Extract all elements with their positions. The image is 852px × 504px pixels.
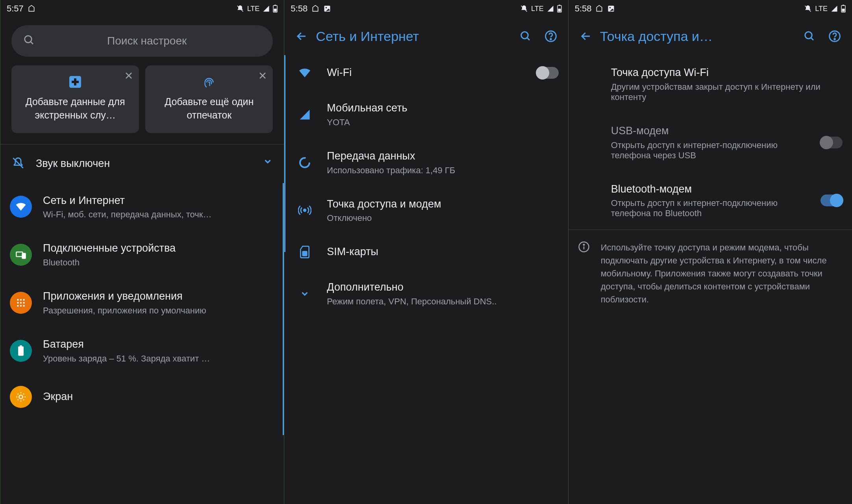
item-title: Точка доступа и модем <box>327 198 558 211</box>
item-title: USB-модем <box>611 124 809 138</box>
item-usb-tethering: USB-модем Открыть доступ к интернет-подк… <box>569 113 852 172</box>
item-advanced[interactable]: Дополнительно Режим полета, VPN, Персона… <box>284 270 568 318</box>
item-hotspot-tethering[interactable]: Точка доступа и модем Отключено <box>284 187 568 235</box>
bell-off-icon <box>11 156 25 171</box>
svg-point-35 <box>521 32 528 39</box>
hotspot-tethering-panel: 5:58 LTE Точка доступа и… Точка доступа … <box>568 0 852 504</box>
sound-muted-row[interactable]: Звук выключен <box>0 145 284 183</box>
svg-point-39 <box>300 158 309 167</box>
item-display[interactable]: Экран <box>0 375 284 419</box>
item-title: Передача данных <box>327 150 558 163</box>
svg-line-13 <box>13 158 23 168</box>
page-title: Точка доступа и… <box>600 29 795 44</box>
info-text: Используйте точку доступа и режим модема… <box>601 241 843 306</box>
wifi-toggle[interactable] <box>537 67 559 79</box>
item-subtitle: Wi-Fi, моб. сети, передача данных, точк… <box>43 209 274 220</box>
clock-text: 5:58 <box>575 4 592 14</box>
wifi-icon <box>10 196 32 218</box>
item-subtitle: Режим полета, VPN, Персональный DNS.. <box>327 296 558 307</box>
svg-rect-25 <box>18 346 24 356</box>
picture-icon <box>323 5 331 13</box>
item-bluetooth-tethering[interactable]: Bluetooth-модем Открыть доступ к интерне… <box>569 172 852 230</box>
clock-text: 5:57 <box>7 4 24 14</box>
mute-icon <box>804 5 812 13</box>
network-label: LTE <box>247 5 260 13</box>
item-title: Экран <box>43 390 274 404</box>
app-bar: Сеть и Интернет <box>284 17 568 55</box>
signal-icon <box>547 5 554 12</box>
card-add-fingerprint[interactable]: Добавьте ещё один отпечаток <box>145 65 273 133</box>
help-button[interactable] <box>540 25 562 47</box>
svg-point-18 <box>23 299 24 300</box>
close-icon[interactable] <box>258 71 267 80</box>
svg-rect-32 <box>559 5 560 6</box>
search-button[interactable] <box>798 25 821 47</box>
svg-point-52 <box>834 39 835 40</box>
page-title: Сеть и Интернет <box>316 29 511 44</box>
signal-icon <box>294 109 316 120</box>
chevron-down-icon <box>294 289 316 299</box>
item-battery[interactable]: Батарея Уровень заряда – 51 %. Заряда хв… <box>0 327 284 375</box>
item-title: Батарея <box>43 338 274 351</box>
svg-point-38 <box>550 39 551 40</box>
item-title: Мобильная сеть <box>327 102 558 115</box>
svg-rect-46 <box>843 5 844 6</box>
battery-icon <box>10 340 32 362</box>
item-connected-devices[interactable]: Подключенные устройства Bluetooth <box>0 231 284 279</box>
item-data-usage[interactable]: Передача данных Использовано трафика: 1,… <box>284 139 568 187</box>
network-internet-panel: 5:58 LTE Сеть и Интернет W <box>284 0 568 504</box>
item-wifi-hotspot[interactable]: Точка доступа Wi-Fi Другим устройствам з… <box>569 55 852 113</box>
item-mobile-network[interactable]: Мобильная сеть YOTA <box>284 91 568 139</box>
search-placeholder: Поиск настроек <box>33 35 261 47</box>
svg-point-55 <box>583 244 584 245</box>
svg-rect-14 <box>16 252 22 257</box>
item-wifi[interactable]: Wi-Fi <box>284 55 568 91</box>
svg-point-43 <box>609 7 611 8</box>
apps-icon <box>10 292 32 314</box>
suggestion-cards: Добавьте данные для экстренных слу… Доба… <box>0 65 284 144</box>
card-label: Добавьте ещё один отпечаток <box>152 95 266 122</box>
mute-icon <box>520 5 528 13</box>
sim-icon <box>294 246 316 258</box>
app-bar: Точка доступа и… <box>569 17 852 55</box>
card-label: Добавьте данные для экстренных слу… <box>19 95 132 122</box>
chevron-down-icon <box>263 156 273 171</box>
back-button[interactable] <box>291 25 313 47</box>
devices-icon <box>10 244 32 266</box>
item-network-internet[interactable]: Сеть и Интернет Wi-Fi, моб. сети, переда… <box>0 183 284 231</box>
svg-line-36 <box>527 38 529 40</box>
battery-icon <box>557 5 562 13</box>
item-title: Bluetooth-модем <box>611 183 809 196</box>
search-button[interactable] <box>515 25 537 47</box>
svg-point-4 <box>25 36 32 43</box>
item-subtitle: Открыть доступ к интернет-подключению те… <box>611 140 809 161</box>
item-subtitle: Использовано трафика: 1,49 ГБ <box>327 165 558 176</box>
item-sim-cards[interactable]: SIM-карты <box>284 234 568 270</box>
help-button[interactable] <box>824 25 846 47</box>
item-title: Wi-Fi <box>327 66 525 80</box>
item-subtitle: Отключено <box>327 213 558 223</box>
svg-rect-26 <box>20 345 22 346</box>
svg-point-27 <box>19 395 22 398</box>
svg-rect-2 <box>274 5 276 6</box>
svg-point-23 <box>20 305 22 306</box>
status-bar: 5:57 LTE <box>0 0 284 17</box>
svg-rect-3 <box>274 9 277 12</box>
search-settings[interactable]: Поиск настроек <box>11 25 273 57</box>
close-icon[interactable] <box>124 71 133 80</box>
item-title: Сеть и Интернет <box>43 194 274 208</box>
item-subtitle: Разрешения, приложения по умолчанию <box>43 306 274 316</box>
svg-point-20 <box>20 302 22 304</box>
item-subtitle: Открыть доступ к интернет-подключению те… <box>611 198 809 219</box>
picture-icon <box>607 5 615 13</box>
back-button[interactable] <box>575 25 597 47</box>
bluetooth-tethering-toggle[interactable] <box>821 195 843 206</box>
item-title: Приложения и уведомления <box>43 290 274 303</box>
item-subtitle: Другим устройствам закрыт доступ к Интер… <box>611 82 843 102</box>
network-label: LTE <box>531 5 544 13</box>
svg-point-21 <box>23 302 24 304</box>
svg-point-17 <box>20 299 22 300</box>
card-emergency-info[interactable]: Добавьте данные для экстренных слу… <box>11 65 139 133</box>
app-icon <box>311 5 319 13</box>
item-apps-notifications[interactable]: Приложения и уведомления Разрешения, при… <box>0 279 284 327</box>
